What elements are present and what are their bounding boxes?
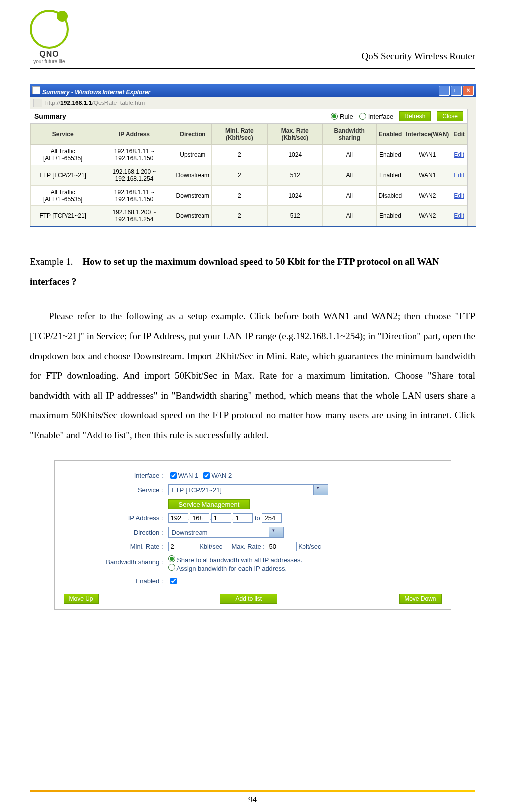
chevron-down-icon: ▾	[269, 527, 283, 537]
enabled-checkbox[interactable]	[170, 578, 177, 584]
qos-form: Interface : WAN 1 WAN 2 Service : FTP [T…	[54, 460, 451, 610]
example-body: Please refer to the following as a setup…	[30, 306, 475, 445]
example-title: How to set up the maximum download speed…	[30, 256, 439, 287]
direction-label: Direction :	[64, 529, 168, 536]
add-to-list-button[interactable]: Add to list	[220, 594, 277, 604]
example-prefix: Example 1.	[30, 256, 73, 267]
column-header: Service	[31, 124, 95, 145]
chevron-down-icon: ▾	[313, 485, 328, 495]
direction-select[interactable]: Downstream▾	[168, 527, 284, 538]
column-header: Enabled	[376, 124, 404, 145]
refresh-button[interactable]: Refresh	[399, 111, 431, 121]
min-rate-label: Mini. Rate :	[64, 543, 168, 550]
move-down-button[interactable]: Move Down	[399, 594, 441, 604]
interface-label: Interface :	[64, 472, 168, 479]
ip-to-label: to	[255, 514, 260, 522]
table-row: FTP [TCP/21~21]192.168.1.200 ~ 192.168.1…	[31, 206, 467, 226]
wan2-checkbox[interactable]	[203, 472, 210, 479]
titlebar: Summary - Windows Internet Explorer _ □ …	[30, 84, 476, 97]
window-title: Summary - Windows Internet Explorer	[42, 89, 150, 96]
enabled-label: Enabled :	[64, 577, 168, 585]
ip-5-input[interactable]	[262, 513, 282, 523]
logo-text: QNO	[39, 50, 59, 59]
service-label: Service :	[64, 486, 168, 494]
logo-subtitle: your future life	[33, 59, 65, 64]
page-icon	[33, 99, 42, 107]
wan2-label: WAN 2	[211, 472, 232, 479]
address-bar[interactable]: http://192.168.1.1/QosRate_table.htm	[30, 97, 476, 109]
column-header: IP Address	[95, 124, 174, 145]
ip-1-input[interactable]	[168, 513, 188, 523]
footer-divider	[30, 790, 475, 792]
maximize-button[interactable]: □	[451, 86, 462, 96]
browser-window: Summary - Windows Internet Explorer _ □ …	[30, 84, 476, 227]
ip-4-input[interactable]	[233, 513, 253, 523]
service-management-button[interactable]: Service Management	[168, 499, 250, 509]
column-header: Bandwidth sharing	[322, 124, 376, 145]
ie-icon	[32, 86, 40, 94]
close-button[interactable]: ×	[463, 86, 474, 96]
share-all-radio[interactable]	[168, 555, 175, 562]
scrollbar[interactable]	[467, 109, 476, 226]
max-rate-label: Max. Rate :	[231, 543, 264, 550]
column-header: Edit	[451, 124, 467, 145]
min-rate-input[interactable]	[168, 542, 198, 551]
url-host: 192.168.1.1	[60, 100, 92, 106]
rule-radio[interactable]: Rule	[331, 113, 353, 120]
logo-icon	[30, 10, 69, 49]
edit-link[interactable]: Edit	[454, 172, 464, 179]
page-number: 94	[0, 795, 505, 805]
wan1-checkbox[interactable]	[170, 472, 177, 479]
column-header: Interface(WAN)	[404, 124, 451, 145]
logo-block: QNO your future life	[30, 10, 69, 64]
document-title: QoS Security Wireless Router	[362, 51, 475, 62]
table-row: All Traffic [ALL/1~65535]192.168.1.11 ~ …	[31, 145, 467, 165]
table-row: FTP [TCP/21~21]192.168.1.200 ~ 192.168.1…	[31, 165, 467, 186]
close-summary-button[interactable]: Close	[437, 111, 463, 121]
edit-link[interactable]: Edit	[454, 151, 464, 158]
move-up-button[interactable]: Move Up	[64, 594, 99, 604]
edit-link[interactable]: Edit	[454, 212, 464, 219]
column-header: Direction	[174, 124, 211, 145]
max-rate-input[interactable]	[267, 542, 297, 551]
summary-table: ServiceIP AddressDirectionMini. Rate (Kb…	[30, 124, 467, 226]
table-row: All Traffic [ALL/1~65535]192.168.1.11 ~ …	[31, 186, 467, 206]
assign-each-radio[interactable]	[168, 564, 175, 571]
edit-link[interactable]: Edit	[454, 192, 464, 199]
ip-2-input[interactable]	[190, 513, 209, 523]
column-header: Max. Rate (Kbit/sec)	[267, 124, 322, 145]
minimize-button[interactable]: _	[439, 86, 450, 96]
service-select[interactable]: FTP [TCP/21~21]▾	[168, 484, 328, 495]
bandwidth-sharing-label: Bandwidth sharing :	[64, 555, 168, 566]
url-path: /QosRate_table.htm	[92, 100, 145, 106]
header-divider	[30, 68, 475, 69]
summary-heading: Summary	[34, 112, 66, 120]
ip-label: IP Address :	[64, 514, 168, 522]
wan1-label: WAN 1	[178, 472, 199, 479]
ip-3-input[interactable]	[211, 513, 231, 523]
interface-radio[interactable]: Interface	[359, 113, 394, 120]
column-header: Mini. Rate (Kbit/sec)	[211, 124, 267, 145]
